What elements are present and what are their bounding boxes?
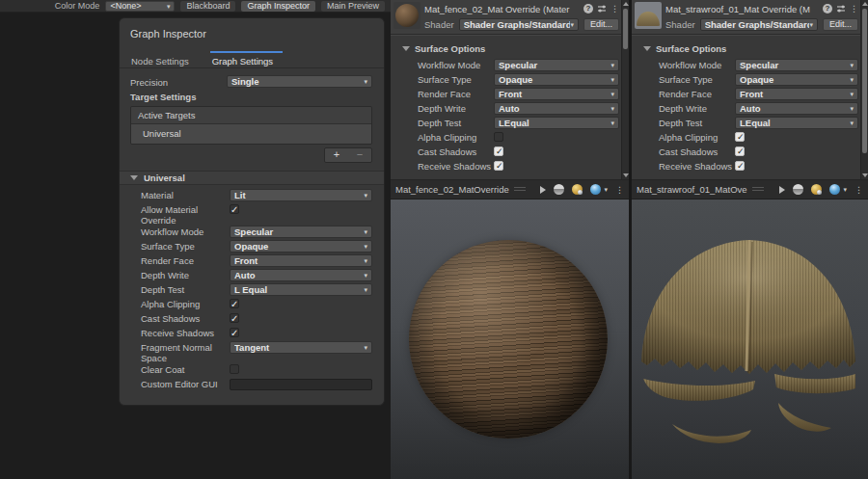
receive-shadows-checkbox[interactable] <box>735 161 745 171</box>
play-animation-icon[interactable] <box>540 186 546 194</box>
scrollbar-thumb[interactable] <box>623 9 628 49</box>
drag-handle-icon[interactable] <box>752 187 764 192</box>
depth-write-dropdown[interactable]: Auto▾ <box>494 102 619 115</box>
property-label: Surface Type <box>659 73 735 85</box>
chevron-down-icon: ▾ <box>850 91 854 97</box>
alpha-clipping-checkbox[interactable] <box>230 299 239 308</box>
lighting-toggle-icon[interactable] <box>572 184 583 195</box>
lighting-toggle-icon[interactable] <box>811 184 822 195</box>
tab-node-settings[interactable]: Node Settings <box>129 51 199 67</box>
color-mode-dropdown[interactable]: <None> ▾ <box>105 1 175 12</box>
edit-shader-button[interactable]: Edit... <box>583 18 619 31</box>
material-dropdown[interactable]: Lit▾ <box>230 189 372 201</box>
scrollbar-down-icon[interactable] <box>861 172 868 179</box>
alpha-clipping-checkbox[interactable] <box>735 132 745 142</box>
preview-kebab-icon[interactable]: ⋮ <box>854 185 863 195</box>
dropdown-value: Lit <box>234 190 364 200</box>
edit-shader-button[interactable]: Edit... <box>823 18 858 31</box>
inspector-scrollbar[interactable] <box>621 0 629 179</box>
kebab-menu-icon[interactable]: ⋮ <box>850 4 858 13</box>
receive-shadows-checkbox[interactable] <box>230 328 239 337</box>
drag-handle-icon[interactable] <box>514 187 526 192</box>
clear-coat-checkbox[interactable] <box>230 364 239 374</box>
property-row-receive-shadows: Receive Shadows <box>418 160 619 174</box>
main-preview-button[interactable]: Main Preview <box>321 1 385 12</box>
add-target-button[interactable]: + <box>325 148 348 162</box>
workflow-mode-dropdown[interactable]: Specular▾ <box>735 59 858 71</box>
universal-foldout[interactable]: Universal <box>120 171 384 185</box>
workflow-mode-dropdown[interactable]: Specular▾ <box>494 59 619 71</box>
depth-write-dropdown[interactable]: Auto▾ <box>230 269 372 281</box>
kebab-menu-icon[interactable]: ⋮ <box>610 4 619 13</box>
property-row-workflow-mode: Workflow ModeSpecular▾ <box>418 59 619 73</box>
render-face-dropdown[interactable]: Front▾ <box>494 88 619 100</box>
property-row-render-face: Render FaceFront▾ <box>659 88 858 102</box>
preview-shape-icon[interactable] <box>554 184 564 195</box>
chevron-down-icon: ▾ <box>364 192 367 199</box>
graph-toolbar: Color Mode <None> ▾ Blackboard Graph Ins… <box>0 0 391 13</box>
tab-graph-settings[interactable]: Graph Settings <box>210 51 283 67</box>
chevron-down-icon[interactable]: ▾ <box>604 186 608 193</box>
property-row-receive-shadows: Receive Shadows <box>141 327 372 341</box>
shader-dropdown[interactable]: Shader Graphs/Standard_lv ▾ <box>459 18 579 31</box>
remove-target-button[interactable]: − <box>348 148 371 162</box>
render-face-dropdown[interactable]: Front▾ <box>735 88 858 100</box>
precision-dropdown[interactable]: Single ▾ <box>227 75 372 88</box>
scrollbar-up-icon[interactable] <box>861 0 868 8</box>
inspector-scrollbar[interactable] <box>860 0 868 179</box>
graph-settings-body: Precision Single ▾ Target Settings Activ… <box>120 68 384 163</box>
fragment-normal-space-dropdown[interactable]: Tangent▾ <box>230 341 372 354</box>
material-title: Mat_fence_02_Mat Override (Mater <box>424 4 580 14</box>
cast-shadows-checkbox[interactable] <box>494 146 503 156</box>
blackboard-button[interactable]: Blackboard <box>180 1 235 12</box>
property-row-depth-write: Depth WriteAuto▾ <box>141 269 372 283</box>
property-label: Receive Shadows <box>141 327 230 338</box>
environment-sphere-icon[interactable] <box>590 184 601 195</box>
depth-write-dropdown[interactable]: Auto▾ <box>735 102 858 115</box>
allow-material-override-checkbox[interactable] <box>230 204 239 214</box>
property-label: Depth Test <box>418 117 494 128</box>
custom-editor-gui-input[interactable] <box>230 379 372 390</box>
graph-inspector-button[interactable]: Graph Inspector <box>241 1 315 12</box>
property-label: Receive Shadows <box>418 160 494 172</box>
property-label: Clear Coat <box>141 363 230 375</box>
chevron-down-icon[interactable]: ▾ <box>843 186 847 193</box>
dropdown-value: Auto <box>234 270 364 280</box>
property-label: Workflow Mode <box>418 59 494 70</box>
surface-options-foldout[interactable]: Surface Options <box>391 36 629 59</box>
preview-kebab-icon[interactable]: ⋮ <box>615 185 624 195</box>
render-face-dropdown[interactable]: Front▾ <box>230 254 372 267</box>
help-icon[interactable]: ? <box>583 4 593 13</box>
alpha-clipping-checkbox[interactable] <box>494 132 503 142</box>
workflow-mode-dropdown[interactable]: Specular▾ <box>230 226 372 238</box>
environment-sphere-icon[interactable] <box>829 184 840 195</box>
target-list-buttons: + − <box>130 147 372 163</box>
shader-label: Shader <box>424 19 454 30</box>
presets-icon[interactable] <box>597 4 607 13</box>
preview-shape-icon[interactable] <box>793 184 803 195</box>
property-row-material: MaterialLit▾ <box>141 189 372 203</box>
receive-shadows-checkbox[interactable] <box>494 161 503 171</box>
property-row-workflow-mode: Workflow ModeSpecular▾ <box>659 59 858 73</box>
chevron-down-icon: ▾ <box>610 105 614 112</box>
surface-options-foldout[interactable]: Surface Options <box>632 36 868 59</box>
cast-shadows-checkbox[interactable] <box>735 146 745 156</box>
cast-shadows-checkbox[interactable] <box>230 313 239 323</box>
material-preview-viewport[interactable] <box>632 200 868 479</box>
depth-test-dropdown[interactable]: LEqual▾ <box>494 117 619 129</box>
depth-test-dropdown[interactable]: LEqual▾ <box>735 117 858 129</box>
help-icon[interactable]: ? <box>823 4 832 13</box>
target-item-universal[interactable]: Universal <box>131 124 371 144</box>
shader-dropdown[interactable]: Shader Graphs/Standard_ ▾ <box>700 18 818 31</box>
scrollbar-thumb[interactable] <box>862 9 867 153</box>
surface-type-dropdown[interactable]: Opaque▾ <box>494 73 619 86</box>
surface-type-dropdown[interactable]: Opaque▾ <box>230 240 372 253</box>
material-preview-viewport[interactable] <box>391 200 629 479</box>
depth-test-dropdown[interactable]: L Equal▾ <box>230 283 372 296</box>
graph-canvas[interactable]: Color Mode <None> ▾ Blackboard Graph Ins… <box>0 0 391 479</box>
presets-icon[interactable] <box>836 4 846 13</box>
precision-label: Precision <box>130 76 227 88</box>
play-animation-icon[interactable] <box>779 186 785 194</box>
property-label: Render Face <box>418 88 494 99</box>
surface-type-dropdown[interactable]: Opaque▾ <box>735 73 858 86</box>
